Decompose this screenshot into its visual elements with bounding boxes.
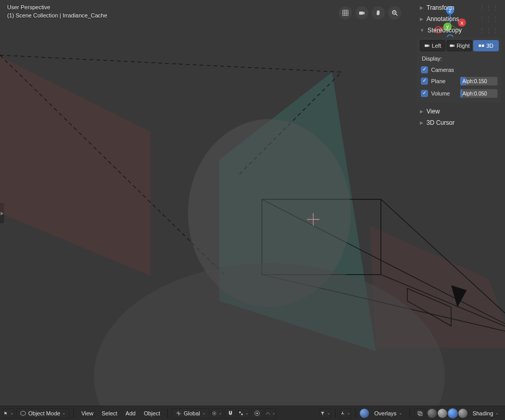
panel-transform-header[interactable]: ▶ Transform ⋮⋮⋮ bbox=[417, 2, 502, 13]
stereoscopy-tabs: Left Right 3D bbox=[420, 40, 499, 51]
pivot-menu[interactable]: ⌄ bbox=[211, 408, 223, 418]
shading-modes bbox=[428, 409, 468, 418]
menu-select[interactable]: Select bbox=[99, 408, 121, 418]
separator bbox=[167, 409, 168, 418]
viewport-zoom-button[interactable] bbox=[388, 6, 401, 20]
svg-rect-41 bbox=[418, 411, 421, 414]
drag-handle-icon[interactable]: ⋮⋮⋮ bbox=[479, 27, 499, 34]
proportional-icon bbox=[254, 410, 260, 416]
shading-menu[interactable]: Shading ⌄ bbox=[470, 408, 502, 418]
falloff-icon bbox=[265, 410, 270, 416]
xray-icon bbox=[417, 410, 423, 416]
cursor-icon bbox=[4, 410, 8, 416]
editor-type-menu[interactable]: ⌄ bbox=[3, 408, 14, 418]
volume-alpha-field[interactable]: Alph:0.050 bbox=[460, 89, 498, 98]
n-panel: ▶ Transform ⋮⋮⋮ ▶ Annotations ⋮⋮⋮ ▼ Ster… bbox=[414, 0, 505, 130]
panel-annotations-header[interactable]: ▶ Annotations ⋮⋮⋮ bbox=[417, 13, 502, 25]
proportional-edit-toggle[interactable] bbox=[251, 408, 263, 418]
checkbox-volume[interactable] bbox=[421, 90, 428, 97]
svg-rect-32 bbox=[450, 45, 453, 47]
panel-view-header[interactable]: ▶ View bbox=[417, 106, 502, 117]
chevron-down-icon: ⌄ bbox=[62, 411, 66, 415]
panel-transform-label: Transform bbox=[426, 4, 454, 11]
viewport-pan-button[interactable] bbox=[372, 6, 385, 20]
chevron-right-icon: ▶ bbox=[420, 16, 423, 22]
checkbox-plane[interactable] bbox=[421, 78, 428, 85]
camera-icon bbox=[424, 43, 430, 49]
label-volume: Volume bbox=[431, 90, 457, 97]
filter-icon bbox=[320, 410, 325, 416]
overlays-label: Overlays bbox=[374, 410, 396, 416]
viewport-3d[interactable]: ▶ User Perspective (1) Scene Collection … bbox=[0, 0, 505, 406]
menu-add[interactable]: Add bbox=[123, 408, 139, 418]
stereo-3d-icon bbox=[478, 43, 484, 49]
panel-stereoscopy-body: Left Right 3D Display: Cameras Plane bbox=[417, 37, 502, 103]
chevron-down-icon: ⌄ bbox=[10, 411, 14, 415]
viewport-camera-button[interactable] bbox=[355, 6, 368, 20]
chevron-down-icon: ⌄ bbox=[327, 411, 331, 415]
drag-handle-icon[interactable]: ⋮⋮⋮ bbox=[479, 15, 499, 23]
chevron-down-icon: ▼ bbox=[420, 28, 424, 33]
overlays-menu[interactable]: Overlays ⌄ bbox=[371, 408, 405, 418]
proportional-falloff-menu[interactable]: ⌄ bbox=[265, 408, 276, 418]
svg-rect-15 bbox=[359, 11, 363, 14]
snap-menu[interactable]: ⌄ bbox=[238, 408, 249, 418]
orientation-selector[interactable]: Global ⌄ bbox=[172, 408, 209, 418]
chevron-down-icon: ⌄ bbox=[202, 411, 206, 415]
menu-object[interactable]: Object bbox=[141, 408, 163, 418]
label-plane: Plane bbox=[431, 78, 457, 84]
checkbox-cameras[interactable] bbox=[421, 66, 428, 73]
overlays-toggle[interactable] bbox=[360, 409, 369, 418]
shading-wireframe[interactable] bbox=[428, 409, 437, 418]
chevron-down-icon: ⌄ bbox=[347, 411, 351, 415]
viewport-header: ⌄ Object Mode ⌄ View Select Add Object G… bbox=[0, 406, 505, 420]
object-visibility-menu[interactable]: ⌄ bbox=[320, 408, 331, 418]
separator bbox=[355, 409, 356, 418]
magnet-icon bbox=[227, 410, 234, 416]
tab-3d[interactable]: 3D bbox=[473, 40, 499, 51]
chevron-down-icon: ⌄ bbox=[272, 411, 276, 415]
zoom-icon bbox=[391, 9, 398, 16]
svg-rect-38 bbox=[241, 413, 243, 415]
panel-stereoscopy-header[interactable]: ▼ Stereoscopy ⋮⋮⋮ bbox=[417, 25, 502, 36]
menu-view[interactable]: View bbox=[78, 408, 96, 418]
shading-label: Shading bbox=[473, 410, 493, 416]
pivot-icon bbox=[212, 410, 217, 416]
shading-material-preview[interactable] bbox=[448, 409, 457, 418]
tab-left-label: Left bbox=[432, 43, 441, 49]
chevron-down-icon: ⌄ bbox=[399, 411, 402, 415]
tab-left[interactable]: Left bbox=[420, 40, 445, 51]
display-label: Display: bbox=[420, 54, 499, 65]
panel-view-label: View bbox=[426, 108, 440, 115]
snap-toggle[interactable] bbox=[225, 408, 236, 418]
gizmo-icon bbox=[340, 410, 345, 416]
gizmo-toggle[interactable]: ⌄ bbox=[340, 408, 351, 418]
panel-stereoscopy-label: Stereoscopy bbox=[428, 27, 462, 34]
snap-increment-icon bbox=[239, 410, 243, 416]
svg-rect-34 bbox=[482, 45, 484, 47]
orientation-label: Global bbox=[184, 410, 200, 416]
shading-solid[interactable] bbox=[438, 409, 447, 418]
tab-right-label: Right bbox=[457, 43, 470, 49]
hand-icon bbox=[375, 9, 382, 16]
viewport-grid-toggle[interactable] bbox=[339, 6, 352, 20]
mode-label: Object Mode bbox=[28, 410, 60, 416]
camera-icon bbox=[358, 9, 365, 16]
tab-right[interactable]: Right bbox=[446, 40, 472, 51]
panel-3dcursor-label: 3D Cursor bbox=[426, 119, 455, 126]
xray-toggle[interactable] bbox=[414, 408, 425, 418]
shading-rendered[interactable] bbox=[458, 409, 468, 418]
chevron-right-icon: ▶ bbox=[420, 5, 423, 10]
chevron-right-icon: ▶ bbox=[420, 109, 423, 114]
chevron-down-icon: ⌄ bbox=[245, 411, 249, 415]
svg-rect-42 bbox=[419, 412, 422, 415]
svg-point-40 bbox=[256, 412, 258, 414]
panel-3dcursor-header[interactable]: ▶ 3D Cursor bbox=[417, 117, 502, 128]
tab-3d-label: 3D bbox=[486, 43, 493, 49]
drag-handle-icon[interactable]: ⋮⋮⋮ bbox=[479, 4, 499, 11]
svg-rect-33 bbox=[479, 45, 481, 47]
mode-selector[interactable]: Object Mode ⌄ bbox=[16, 408, 69, 418]
svg-line-17 bbox=[396, 14, 398, 16]
plane-alpha-field[interactable]: Alph:0.150 bbox=[460, 77, 498, 86]
separator bbox=[73, 409, 74, 418]
